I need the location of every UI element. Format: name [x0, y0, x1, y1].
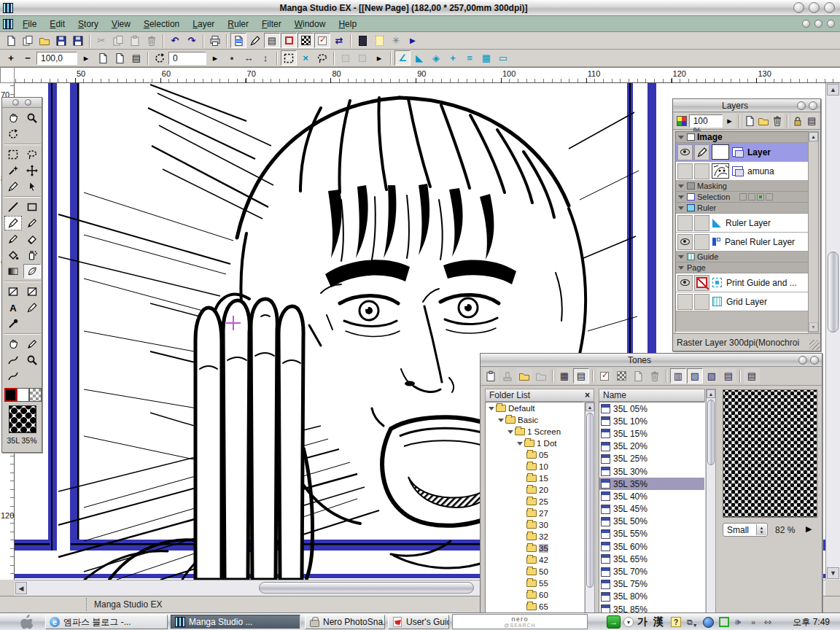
story-manager-button[interactable]	[354, 33, 370, 48]
layers-scroll-up[interactable]: ▲	[809, 132, 818, 141]
draw-toggle[interactable]	[694, 163, 709, 179]
layer-row-ruler-layer[interactable]: Ruler Layer	[676, 214, 809, 233]
undo-button[interactable]: ↶	[167, 33, 183, 48]
rotation-menu-arrow[interactable]: ▸	[207, 50, 223, 66]
layer-section-page[interactable]: Page	[676, 262, 809, 273]
selection-mini-button[interactable]	[748, 193, 755, 201]
panel-menu-button[interactable]: ▤	[744, 368, 760, 384]
layer-section-selection[interactable]: Selection	[676, 192, 809, 203]
maximize-button[interactable]	[809, 2, 820, 13]
save-button[interactable]	[53, 33, 69, 48]
tone-item-35l-35-[interactable]: 35L 35%	[599, 478, 704, 490]
tones-close-button[interactable]	[810, 356, 819, 365]
tone-item-35l-25-[interactable]: 35L 25%	[599, 453, 704, 465]
list-view-toggle[interactable]: ▤	[264, 33, 280, 48]
expand-triangle-icon[interactable]	[498, 419, 504, 422]
new-tone-button[interactable]	[630, 368, 646, 384]
tray-overflow-chevron[interactable]: »	[751, 615, 755, 629]
hand-tool[interactable]	[4, 111, 22, 125]
folder-50[interactable]: 50	[486, 566, 583, 578]
zoom-out-button[interactable]: −	[20, 50, 36, 66]
folder-default[interactable]: Default	[486, 402, 583, 414]
ruler-parallel-button[interactable]: ≡	[462, 50, 478, 66]
run-button[interactable]: ►	[405, 33, 421, 48]
tone-item-35l-60-[interactable]: 35L 60%	[599, 540, 704, 553]
tone-item-35l-10-[interactable]: 35L 10%	[599, 415, 704, 427]
collapse-triangle-icon[interactable]	[678, 255, 684, 259]
tones-window-button[interactable]: ✳	[388, 33, 404, 48]
layer-section-guide[interactable]: Guide	[676, 252, 809, 262]
finger-tool[interactable]	[4, 337, 22, 351]
menu-help[interactable]: Help	[332, 18, 363, 31]
menu-view[interactable]: View	[105, 18, 137, 31]
marker-tool[interactable]	[4, 232, 22, 246]
layer-section-ruler[interactable]: Ruler	[676, 203, 809, 214]
layers-titlebar[interactable]: Layers	[673, 99, 820, 112]
doc-minimize-button[interactable]	[802, 20, 810, 28]
folder-30[interactable]: 30	[486, 519, 583, 531]
palette-collapse-button[interactable]	[12, 99, 19, 106]
pattern-brush-tool[interactable]	[23, 264, 41, 279]
scroll-left-arrow[interactable]: ◀	[15, 582, 27, 594]
dot-pen-tool[interactable]	[23, 337, 41, 351]
rotate-view-button[interactable]	[152, 50, 168, 66]
list-view-button[interactable]: ▤	[573, 368, 589, 384]
ruler-corner[interactable]	[0, 67, 15, 83]
menu-edit[interactable]: Edit	[43, 18, 71, 31]
tone-item-35l-30-[interactable]: 35L 30%	[599, 465, 704, 478]
black-color-swatch[interactable]	[4, 388, 17, 402]
volume-tray-icon[interactable]: 🕪	[735, 615, 741, 629]
prev-page-button[interactable]	[95, 50, 111, 66]
tones-collapse-button[interactable]	[798, 356, 807, 365]
selection-mini-button[interactable]	[739, 193, 747, 201]
cut-button[interactable]: ✂	[93, 33, 109, 48]
name-column-header[interactable]: Name	[599, 389, 705, 402]
layers-close-button[interactable]	[809, 101, 817, 110]
new-folder-button[interactable]	[757, 113, 770, 128]
resize-grip[interactable]	[809, 340, 820, 350]
expand-triangle-icon[interactable]	[508, 430, 513, 434]
snap-marquee-toggle[interactable]	[281, 50, 297, 66]
tone-item-35l-65-[interactable]: 35L 65%	[599, 553, 704, 565]
doc-close-button[interactable]	[827, 20, 835, 28]
collapse-triangle-icon[interactable]	[678, 195, 684, 199]
new-story-button[interactable]	[20, 33, 36, 48]
layers-scrollbar[interactable]: ▲ ▼	[808, 131, 819, 332]
layer-section-masking[interactable]: Masking	[676, 181, 809, 192]
white-color-swatch[interactable]	[17, 388, 29, 402]
search-dropdown-button[interactable]: ▼	[623, 617, 634, 627]
open-button[interactable]	[36, 33, 52, 48]
folder-32[interactable]: 32	[486, 531, 583, 542]
layer-row-print-guide-and-[interactable]: Print Guide and ...	[676, 273, 809, 292]
ruler-perspective-button[interactable]: ∠	[394, 50, 411, 66]
view-option-2-button[interactable]: ▨	[687, 368, 703, 384]
transparent-color-swatch[interactable]	[29, 388, 42, 402]
lock-layer-button[interactable]	[791, 113, 804, 128]
refresh-button[interactable]: ⇄	[331, 33, 347, 48]
gradient-tool[interactable]	[4, 264, 22, 279]
folder-55[interactable]: 55	[486, 578, 583, 589]
panel-cutter-tool[interactable]	[23, 284, 41, 299]
reset-view-button[interactable]: •	[224, 50, 240, 66]
expand-triangle-icon[interactable]	[517, 442, 523, 446]
airbrush-tool[interactable]	[23, 248, 41, 262]
apple-start-button[interactable]	[19, 614, 35, 630]
ime-pad-icon[interactable]: ⧉▼	[687, 615, 698, 629]
ime-korean-button[interactable]: 가	[637, 615, 648, 629]
layer-section-image[interactable]: Image	[676, 132, 809, 143]
layer-row-grid-layer[interactable]: Grid Layer	[676, 292, 809, 311]
task-manga-studio[interactable]: Manga Studio ...	[171, 615, 300, 629]
tone-item-35l-70-[interactable]: 35L 70%	[599, 565, 704, 578]
tone-item-35l-05-[interactable]: 35L 05%	[599, 402, 704, 415]
folder-60[interactable]: 60	[486, 589, 583, 601]
apply-tone-button[interactable]	[499, 368, 516, 384]
folder-05[interactable]: 05	[486, 449, 583, 461]
delete-button[interactable]	[144, 33, 160, 48]
collapse-triangle-icon[interactable]	[678, 136, 684, 139]
icon-view-button[interactable]: ▦	[556, 368, 572, 384]
folder-scroll-up[interactable]: ▲	[586, 402, 594, 411]
ime-hanja-button[interactable]: 漢	[653, 615, 664, 629]
horizontal-ruler[interactable]: 506070809010011012013014	[15, 67, 840, 83]
paste-button[interactable]	[127, 33, 143, 48]
opacity-menu-arrow[interactable]: ▸	[723, 113, 736, 128]
